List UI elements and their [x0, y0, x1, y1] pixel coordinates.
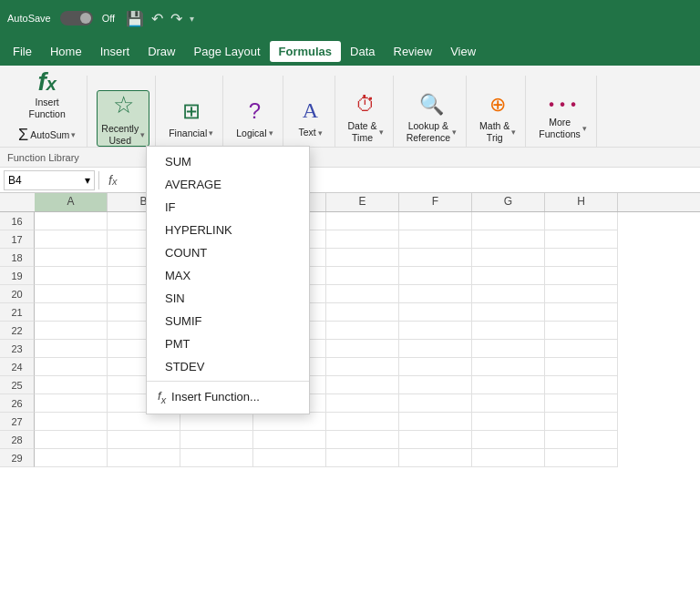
- cell[interactable]: [326, 303, 399, 322]
- lookup-button[interactable]: 🔍 Lookup &Reference ▾: [403, 90, 460, 147]
- cell[interactable]: [472, 449, 545, 467]
- cell[interactable]: [545, 322, 618, 340]
- cell[interactable]: [545, 376, 618, 394]
- menu-draw[interactable]: Draw: [139, 41, 184, 62]
- cell[interactable]: [399, 449, 472, 467]
- recently-used-button[interactable]: ☆ RecentlyUsed ▾: [97, 90, 149, 147]
- recently-used-dropdown-arrow[interactable]: ▾: [140, 130, 145, 139]
- cell[interactable]: [253, 449, 326, 467]
- cell[interactable]: [399, 431, 472, 449]
- dropdown-item-hyperlink[interactable]: HYPERLINK: [147, 219, 309, 241]
- cell[interactable]: [472, 285, 545, 303]
- menu-view[interactable]: View: [441, 41, 485, 62]
- menu-page-layout[interactable]: Page Layout: [185, 41, 270, 62]
- cell[interactable]: [326, 230, 399, 249]
- dropdown-item-sum[interactable]: SUM: [147, 150, 309, 173]
- financial-button[interactable]: ⊞ Financial ▾: [165, 90, 217, 147]
- dropdown-insert-function[interactable]: fx Insert Function...: [147, 384, 309, 410]
- cell[interactable]: [326, 376, 399, 394]
- cell[interactable]: [326, 212, 399, 230]
- dropdown-item-count[interactable]: COUNT: [147, 241, 309, 264]
- cell[interactable]: [399, 340, 472, 358]
- cell[interactable]: [180, 449, 253, 467]
- dropdown-item-max[interactable]: MAX: [147, 264, 309, 287]
- cell[interactable]: [399, 413, 472, 431]
- cell[interactable]: [545, 394, 618, 413]
- cell[interactable]: [545, 431, 618, 449]
- cell[interactable]: [35, 413, 108, 431]
- cell[interactable]: [253, 431, 326, 449]
- cell[interactable]: [399, 303, 472, 322]
- dropdown-item-if[interactable]: IF: [147, 196, 309, 219]
- insert-function-button[interactable]: fx InsertFunction: [26, 66, 69, 121]
- dropdown-item-sumif[interactable]: SUMIF: [147, 310, 309, 332]
- cell[interactable]: [326, 431, 399, 449]
- cell[interactable]: [326, 322, 399, 340]
- cell[interactable]: [35, 376, 108, 394]
- dropdown-item-pmt[interactable]: PMT: [147, 332, 309, 355]
- cell[interactable]: [399, 358, 472, 376]
- cell[interactable]: [399, 249, 472, 267]
- name-box[interactable]: B4 ▾: [4, 170, 95, 190]
- save-icon[interactable]: 💾: [126, 10, 144, 27]
- cell[interactable]: [35, 449, 108, 467]
- cell[interactable]: [326, 358, 399, 376]
- cell[interactable]: [399, 267, 472, 285]
- cell[interactable]: [35, 212, 108, 230]
- cell[interactable]: [35, 358, 108, 376]
- cell[interactable]: [180, 431, 253, 449]
- cell[interactable]: [545, 285, 618, 303]
- mathtrig-button[interactable]: ⊕ Math &Trig ▾: [476, 90, 520, 147]
- autosave-toggle[interactable]: [60, 11, 93, 26]
- mathtrig-dropdown-arrow[interactable]: ▾: [511, 128, 516, 137]
- menu-formulas[interactable]: Formulas: [270, 41, 342, 62]
- cell[interactable]: [472, 358, 545, 376]
- cell[interactable]: [472, 230, 545, 249]
- cell[interactable]: [545, 449, 618, 467]
- cell[interactable]: [108, 413, 180, 431]
- cell[interactable]: [35, 394, 108, 413]
- cell[interactable]: [472, 413, 545, 431]
- autosum-dropdown-arrow[interactable]: ▾: [71, 130, 76, 139]
- autosum-button[interactable]: Σ AutoSum ▾: [13, 123, 81, 147]
- cell[interactable]: [399, 322, 472, 340]
- cell[interactable]: [326, 340, 399, 358]
- cell[interactable]: [472, 431, 545, 449]
- cell[interactable]: [35, 249, 108, 267]
- dropdown-item-sin[interactable]: SIN: [147, 287, 309, 310]
- cell[interactable]: [545, 413, 618, 431]
- more-dropdown-arrow[interactable]: ▾: [582, 124, 587, 133]
- menu-data[interactable]: Data: [341, 41, 384, 62]
- cell[interactable]: [326, 449, 399, 467]
- menu-file[interactable]: File: [4, 41, 41, 62]
- redo-icon[interactable]: ↷: [170, 10, 182, 27]
- more-functions-button[interactable]: • • • MoreFunctions ▾: [535, 90, 591, 147]
- financial-dropdown-arrow[interactable]: ▾: [209, 128, 213, 138]
- cell[interactable]: [399, 212, 472, 230]
- datetime-dropdown-arrow[interactable]: ▾: [379, 128, 384, 137]
- text-dropdown-arrow[interactable]: ▾: [318, 128, 323, 138]
- cell[interactable]: [472, 212, 545, 230]
- cell[interactable]: [472, 303, 545, 322]
- dropdown-item-stdev[interactable]: STDEV: [147, 355, 309, 378]
- logical-button[interactable]: ? Logical ▾: [232, 90, 276, 147]
- cell[interactable]: [35, 303, 108, 322]
- cell[interactable]: [472, 249, 545, 267]
- cell[interactable]: [326, 285, 399, 303]
- cell[interactable]: [545, 358, 618, 376]
- menu-home[interactable]: Home: [41, 41, 91, 62]
- undo-icon[interactable]: ↶: [151, 10, 163, 27]
- cell[interactable]: [35, 322, 108, 340]
- cell[interactable]: [545, 249, 618, 267]
- menu-insert[interactable]: Insert: [91, 41, 139, 62]
- dropdown-item-average[interactable]: AVERAGE: [147, 173, 309, 196]
- cell[interactable]: [472, 267, 545, 285]
- cell[interactable]: [253, 413, 326, 431]
- cell[interactable]: [545, 303, 618, 322]
- cell[interactable]: [399, 394, 472, 413]
- logical-dropdown-arrow[interactable]: ▾: [269, 128, 273, 138]
- cell[interactable]: [399, 376, 472, 394]
- cell[interactable]: [472, 394, 545, 413]
- cell[interactable]: [35, 285, 108, 303]
- cell[interactable]: [35, 431, 108, 449]
